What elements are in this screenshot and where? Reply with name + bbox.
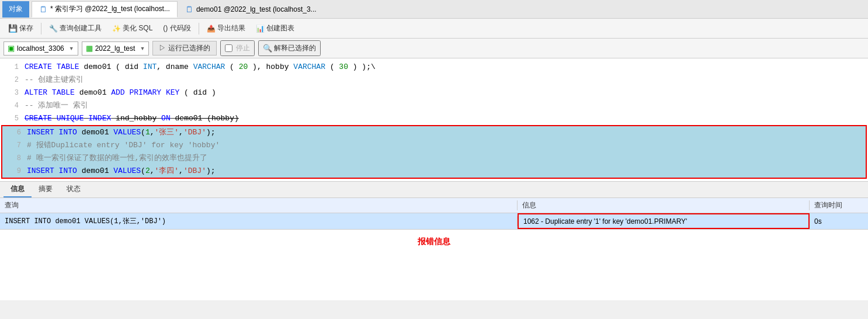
- col-header-time: 查询时间: [810, 200, 868, 210]
- tab-query2[interactable]: 🗒 demo01 @2022_lg_test (localhost_3...: [178, 1, 324, 18]
- code-line-2: 2 -- 创建主键索引: [0, 74, 868, 86]
- db-arrow: ▼: [140, 46, 145, 51]
- conn-bar: ▣ localhost_3306 ▼ ▦ 2022_lg_test ▼ ▷ 运行…: [0, 39, 868, 58]
- export-icon: 📤: [207, 25, 216, 33]
- results-row: INSERT INTO demo01 VALUES(1,张三,'DBJ') 10…: [0, 213, 868, 230]
- tab-obj-label: 对象: [9, 4, 23, 14]
- code-line-1: 1 CREATE TABLE demo01 ( did INT, dname V…: [0, 61, 868, 74]
- code-line-6: 6 INSERT INTO demo01 VALUES(1,'张三','DBJ'…: [2, 126, 866, 139]
- query-builder-icon: 🔧: [49, 25, 58, 33]
- stop-button[interactable]: 停止: [220, 40, 255, 56]
- tab1-label: * 索引学习 @2022_lg_test (localhost...: [50, 4, 170, 14]
- tab-info[interactable]: 信息: [4, 182, 32, 197]
- chart-icon: 📊: [256, 25, 265, 33]
- tab2-label: demo01 @2022_lg_test (localhost_3...: [196, 5, 317, 13]
- host-select[interactable]: ▣ localhost_3306 ▼: [4, 41, 78, 56]
- results-area: 查询 信息 查询时间 INSERT INTO demo01 VALUES(1,张…: [0, 198, 868, 300]
- host-icon: ▣: [8, 44, 15, 53]
- code-line-3: 3 ALTER TABLE demo01 ADD PRIMARY KEY ( d…: [0, 86, 868, 99]
- code-line-7: 7 # 报错Duplicate entry 'DBJ' for key 'hob…: [2, 139, 866, 152]
- tab-query1[interactable]: 🗒 * 索引学习 @2022_lg_test (localhost...: [32, 1, 178, 18]
- db-select[interactable]: ▦ 2022_lg_test ▼: [82, 41, 150, 56]
- code-line-8: 8 # 唯一索引保证了数据的唯一性,索引的效率也提升了: [2, 152, 866, 165]
- selected-block: 6 INSERT INTO demo01 VALUES(1,'张三','DBJ'…: [1, 125, 867, 179]
- tab2-icon: 🗒: [185, 5, 193, 14]
- explain-icon: 🔍: [263, 44, 272, 53]
- db-icon: ▦: [86, 44, 93, 53]
- host-arrow: ▼: [69, 46, 74, 51]
- run-button[interactable]: ▷ 运行已选择的: [152, 41, 216, 56]
- code-snippet-button[interactable]: () 代码段: [158, 22, 195, 35]
- sep2: [199, 23, 199, 34]
- code-line-5: 5 CREATE UNIQUE INDEX ind_hobby ON demo0…: [0, 112, 868, 125]
- error-label: 报错信息: [0, 232, 868, 252]
- code-line-4: 4 -- 添加唯一 索引: [0, 99, 868, 112]
- save-button[interactable]: 💾 保存: [4, 22, 38, 35]
- export-button[interactable]: 📤 导出结果: [202, 22, 250, 35]
- tab-status[interactable]: 状态: [60, 182, 88, 197]
- tab-obj[interactable]: 对象: [2, 1, 29, 18]
- chart-button[interactable]: 📊 创建图表: [251, 22, 299, 35]
- tab1-icon: 🗒: [39, 5, 47, 14]
- result-info: 1062 - Duplicate entry '1' for key 'demo…: [518, 213, 810, 229]
- beautify-icon: ✨: [112, 25, 121, 33]
- stop-checkbox[interactable]: [225, 44, 232, 52]
- explain-button[interactable]: 🔍 解释已选择的: [258, 40, 321, 56]
- query-builder-button[interactable]: 🔧 查询创建工具: [44, 22, 106, 35]
- result-time: 0s: [810, 217, 868, 226]
- beautify-button[interactable]: ✨ 美化 SQL: [107, 22, 157, 35]
- save-icon: 💾: [8, 24, 18, 33]
- result-query: INSERT INTO demo01 VALUES(1,张三,'DBJ'): [0, 216, 518, 226]
- bottom-tabs: 信息 摘要 状态: [0, 182, 868, 198]
- tab-bar: 对象 🗒 * 索引学习 @2022_lg_test (localhost... …: [0, 0, 868, 19]
- col-header-info: 信息: [518, 200, 810, 210]
- col-header-query: 查询: [0, 200, 518, 210]
- sep1: [41, 23, 41, 34]
- results-header: 查询 信息 查询时间: [0, 198, 868, 213]
- toolbar: 💾 保存 🔧 查询创建工具 ✨ 美化 SQL () 代码段 📤 导出结果 📊 创…: [0, 19, 868, 39]
- code-line-9: 9 INSERT INTO demo01 VALUES(2,'李四','DBJ'…: [2, 165, 866, 178]
- tab-summary[interactable]: 摘要: [32, 182, 60, 197]
- code-editor[interactable]: 1 CREATE TABLE demo01 ( did INT, dname V…: [0, 58, 868, 182]
